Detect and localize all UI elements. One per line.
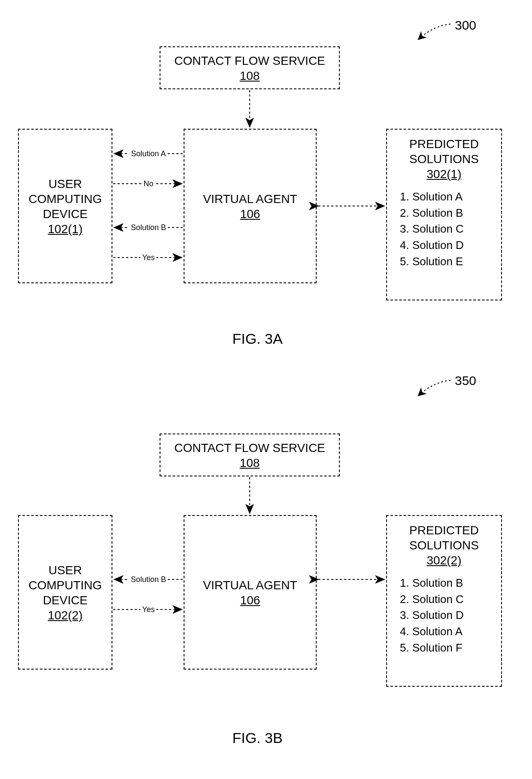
fig-b-arrows	[0, 429, 532, 773]
fig-b-edge-solution-b: Solution B	[129, 575, 168, 584]
fig-a-edge-no: No	[142, 179, 155, 188]
fig-a-edge-solution-a: Solution A	[129, 149, 167, 158]
page: 300 CONTACT FLOW SERVICE 108 VIRTUAL AGE…	[0, 0, 532, 779]
fig-b-edge-yes: Yes	[140, 605, 156, 614]
fig-a-label: FIG. 3A	[215, 330, 300, 347]
fig-a-edge-yes: Yes	[140, 253, 156, 262]
fig-a-edge-solution-b: Solution B	[129, 223, 168, 232]
fig-b-label: FIG. 3B	[215, 730, 300, 746]
fig-a-arrows	[0, 0, 532, 326]
